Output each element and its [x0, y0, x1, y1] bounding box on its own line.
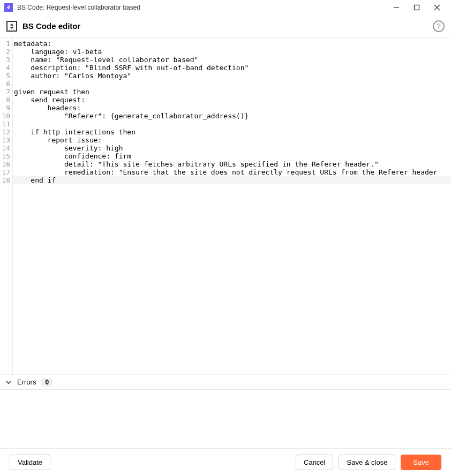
errors-count: 0 — [41, 378, 52, 387]
save-close-button[interactable]: Save & close — [339, 455, 395, 470]
code-line[interactable]: detail: "This site fetches arbitrary URL… — [13, 160, 451, 168]
code-line[interactable]: metadata: — [13, 40, 451, 48]
line-gutter: 123456789101112131415161718 — [0, 37, 13, 374]
code-line[interactable]: headers: — [13, 104, 451, 112]
code-editor[interactable]: 123456789101112131415161718 metadata: la… — [0, 37, 451, 374]
cancel-button[interactable]: Cancel — [296, 455, 333, 470]
save-button[interactable]: Save — [401, 455, 441, 470]
help-icon[interactable]: ? — [433, 20, 445, 32]
titlebar: BS Code: Request-level collaborator base… — [0, 0, 451, 15]
code-line[interactable]: severity: high — [13, 144, 451, 152]
minimize-button[interactable] — [391, 2, 402, 13]
code-line[interactable]: author: "Carlos Montoya" — [13, 72, 451, 80]
code-line[interactable] — [13, 120, 451, 128]
code-line[interactable]: remediation: "Ensure that the site does … — [13, 168, 451, 176]
editor-title: BS Code editor — [22, 21, 427, 31]
code-line[interactable]: description: "Blind SSRF with out-of-ban… — [13, 64, 451, 72]
window-title: BS Code: Request-level collaborator base… — [17, 4, 387, 11]
code-line[interactable]: confidence: firm — [13, 152, 451, 160]
footer: Validate Cancel Save & close Save — [0, 448, 451, 476]
errors-bar: Errors 0 — [0, 374, 451, 389]
close-button[interactable] — [432, 2, 442, 13]
code-line[interactable]: name: "Request-level collaborator based" — [13, 56, 451, 64]
window-controls — [391, 2, 447, 13]
code-line[interactable]: "Referer": {generate_collaborator_addres… — [13, 112, 451, 120]
svg-rect-1 — [415, 5, 419, 10]
errors-toggle-icon[interactable] — [5, 379, 12, 386]
validate-button[interactable]: Validate — [10, 455, 50, 470]
maximize-button[interactable] — [411, 2, 422, 13]
editor-logo-icon — [6, 21, 17, 32]
code-line[interactable]: end if — [13, 176, 451, 184]
app-icon — [4, 3, 13, 12]
code-line[interactable]: given request then — [13, 88, 451, 96]
code-line[interactable]: language: v1-beta — [13, 48, 451, 56]
code-line[interactable]: if http interactions then — [13, 128, 451, 136]
code-line[interactable]: send request: — [13, 96, 451, 104]
errors-panel — [0, 389, 451, 448]
errors-label: Errors — [17, 378, 36, 386]
editor-header: BS Code editor ? — [0, 15, 451, 37]
code-body[interactable]: metadata: language: v1-beta name: "Reque… — [13, 37, 451, 374]
code-line[interactable]: report issue: — [13, 136, 451, 144]
code-line[interactable] — [13, 80, 451, 88]
